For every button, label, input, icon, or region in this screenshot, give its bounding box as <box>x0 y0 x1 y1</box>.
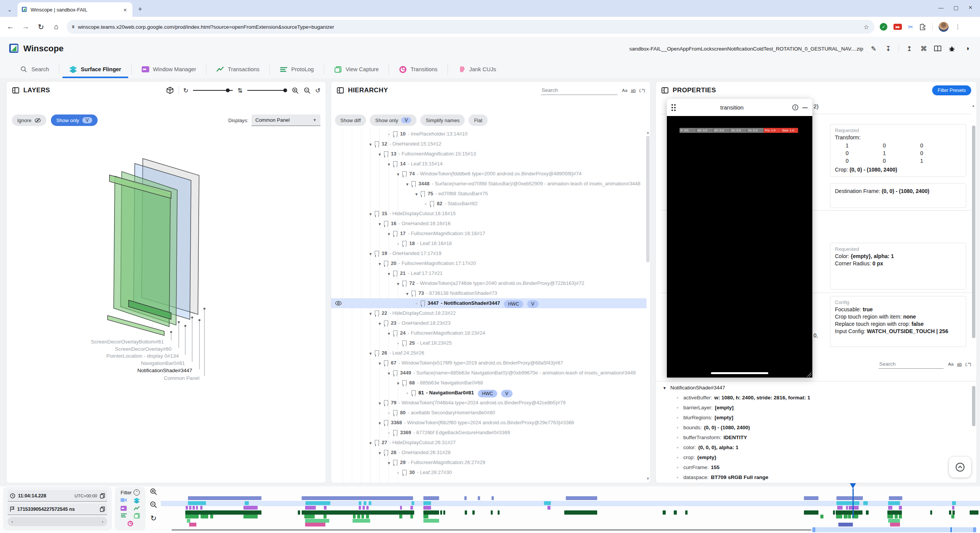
tree-row[interactable]: 82 - StatusBar#82 <box>331 199 647 209</box>
timeline-segment-screen-recording[interactable] <box>566 496 597 500</box>
timeline-segment-surface-flinger[interactable] <box>952 501 956 505</box>
timeline-segment-transactions[interactable] <box>298 510 300 515</box>
properties-scrollbar[interactable] <box>972 126 975 338</box>
timeline-segment-protolog[interactable] <box>357 515 360 518</box>
tree-row[interactable]: ▼19 - OneHanded:17:17#19 <box>331 249 647 258</box>
timeline-segment-view-capture[interactable] <box>305 519 329 523</box>
window-restore-icon[interactable]: ▢ <box>954 5 959 11</box>
expand-arrow-icon[interactable]: ▼ <box>367 350 374 357</box>
timeline-segment-transactions[interactable] <box>472 510 475 515</box>
timeline-segment-transactions[interactable] <box>836 510 862 515</box>
timeline-segment-protolog[interactable] <box>353 515 356 518</box>
expand-arrow-icon[interactable]: ▼ <box>385 270 392 277</box>
timeline-segment-screen-recording[interactable] <box>492 496 494 500</box>
timeline-segment-transactions[interactable] <box>866 510 869 515</box>
tab-surface-flinger[interactable]: Surface Flinger <box>59 60 131 78</box>
timeline-segment-transitions-pink[interactable] <box>305 523 325 526</box>
home-icon[interactable]: ⌂ <box>51 23 61 31</box>
layers-3d-canvas[interactable]: ScreenDecorOverlayBottom#61ScreenDecorOv… <box>7 82 326 483</box>
timeline-segment-window-manager[interactable] <box>888 506 892 510</box>
window-close-icon[interactable]: × <box>969 4 972 11</box>
tree-row[interactable]: ▼17 - FullscreenMagnification:16:16#17 <box>331 229 647 239</box>
timeline-cursor-head[interactable] <box>850 483 856 489</box>
expand-arrow-icon[interactable]: ▼ <box>376 151 383 158</box>
timeline-segment-screen-recording[interactable] <box>804 496 818 500</box>
timeline-segment-window-manager[interactable] <box>410 506 413 510</box>
timeline-segment-window-manager[interactable] <box>547 506 550 510</box>
match-case-option[interactable]: Aa <box>622 88 627 93</box>
expand-arrow-icon[interactable]: ▼ <box>404 181 411 188</box>
layer-label[interactable]: NotificationShade#3447 <box>137 368 192 373</box>
tab-transactions[interactable]: Transactions <box>206 60 269 78</box>
timeline-segment-window-manager[interactable] <box>423 506 431 510</box>
expand-arrow-icon[interactable]: ▼ <box>367 141 374 148</box>
transactions-icon[interactable] <box>134 506 140 511</box>
chip-simplify-names[interactable]: Simplify names <box>420 114 465 126</box>
timeline-segment-transactions[interactable] <box>498 510 500 515</box>
timeline-segment-protolog[interactable] <box>366 515 369 518</box>
expand-arrow-icon[interactable]: ▼ <box>395 380 402 387</box>
timeline-segment-protolog[interactable] <box>951 515 954 518</box>
properties-tree-item[interactable]: bufferTransform:IDENTITY <box>661 432 971 442</box>
properties-tree-item[interactable]: barrierLayer:[empty] <box>661 402 971 412</box>
chip-show-diff[interactable]: Show diff <box>335 114 366 126</box>
timeline-segment-protolog[interactable] <box>844 515 848 518</box>
overlay-titlebar[interactable]: transition — <box>667 99 812 116</box>
new-tab-button[interactable]: + <box>135 4 145 15</box>
timeline-segment-transitions-indigo[interactable] <box>838 523 853 526</box>
scroll-to-top-button[interactable] <box>949 457 971 477</box>
scissors-extension-icon[interactable]: ✂ <box>908 23 913 31</box>
tree-row[interactable]: ▼15 - HideDisplayCutout:16:16#15 <box>331 209 647 219</box>
timeline-segment-protolog[interactable] <box>361 515 364 518</box>
timeline-segment-view-capture[interactable] <box>888 519 900 523</box>
properties-tree-item[interactable]: dataspace:BT709 sRGB Full range <box>661 472 971 482</box>
human-time-input[interactable]: 11:04:14.228 UTC+00:00 <box>8 490 107 502</box>
properties-tree-item[interactable]: activeBuffer:w: 1080, h: 2400, stride: 2… <box>661 392 971 402</box>
tree-row[interactable]: ▼28 - OneHanded:26:31#28 <box>331 448 647 458</box>
tab-search[interactable]: Search <box>10 60 59 78</box>
expand-arrow-icon[interactable]: ▼ <box>385 231 392 237</box>
layer-label[interactable]: PointerLocation - display 0#134 <box>106 353 179 359</box>
puzzle-extensions-icon[interactable] <box>919 23 926 30</box>
timeline-segment-protolog[interactable] <box>887 515 893 518</box>
timeline-segment-surface-flinger[interactable] <box>305 501 330 505</box>
minimize-overlay-icon[interactable]: — <box>802 105 808 111</box>
expand-arrow-icon[interactable]: ▼ <box>395 280 402 287</box>
regex-option[interactable]: (.*) <box>639 88 645 93</box>
timeline-segment-surface-flinger[interactable] <box>888 501 900 505</box>
timeline-segment-surface-flinger[interactable] <box>836 501 859 505</box>
tab-protolog[interactable]: ProtoLog <box>270 60 324 78</box>
tree-row[interactable]: 81 - NavigationBar0#81HWCV <box>331 388 647 398</box>
download-trace-icon[interactable]: ↧ <box>884 45 892 53</box>
tree-row[interactable]: ▼74 - WindowToken{fdddbe6 type=2000 andr… <box>331 169 647 179</box>
timeline-segment-screen-recording[interactable] <box>423 496 439 500</box>
timeline-segment-protolog[interactable] <box>201 515 208 518</box>
timeline-segment-window-manager[interactable] <box>193 506 195 510</box>
window-manager-icon[interactable] <box>121 506 127 511</box>
timeline-segment-window-manager[interactable] <box>400 506 402 510</box>
browser-menu-icon[interactable]: ⋮ <box>955 23 960 30</box>
tree-row[interactable]: ▼12 - OneHanded:15:15#12 <box>331 139 647 149</box>
collapse-filter-icon[interactable]: ⌃ <box>134 489 140 495</box>
timeline-segment-transactions[interactable] <box>443 510 445 515</box>
expand-arrow-icon[interactable]: ▼ <box>385 161 392 168</box>
layer-label[interactable]: ScreenDecorOverlay#60 <box>115 346 172 352</box>
hierarchy-search-input[interactable]: Search <box>541 86 617 95</box>
timeline-segment-transactions[interactable] <box>887 510 902 515</box>
transitions-icon[interactable] <box>127 521 133 526</box>
tab-transitions[interactable]: Transitions <box>389 60 447 78</box>
timeline-segment-window-manager[interactable] <box>324 506 327 510</box>
expand-arrow-icon[interactable]: ▼ <box>376 450 383 456</box>
tree-row[interactable]: ▼23 - OneHanded:18:23#23 <box>331 318 647 328</box>
back-icon[interactable]: ← <box>5 23 15 31</box>
timeline-segment-window-manager[interactable] <box>200 506 203 510</box>
tree-row[interactable]: ▼79 - WindowToken{7046b4a type=2024 andr… <box>331 398 647 408</box>
tree-row[interactable]: ▼26 - Leaf:24:25#26 <box>331 348 647 358</box>
timeline-segment-transactions[interactable] <box>804 510 818 515</box>
expand-arrow-icon[interactable]: ▼ <box>404 290 411 297</box>
tree-row[interactable]: 30 - Leaf:26:27#30 <box>331 468 647 477</box>
timeline-segment-protolog[interactable] <box>895 515 898 518</box>
timeline-segment-screen-recording[interactable] <box>188 496 261 500</box>
expand-arrow-icon[interactable]: ▼ <box>376 221 383 227</box>
hierarchy-scrollbar[interactable] <box>646 136 650 262</box>
